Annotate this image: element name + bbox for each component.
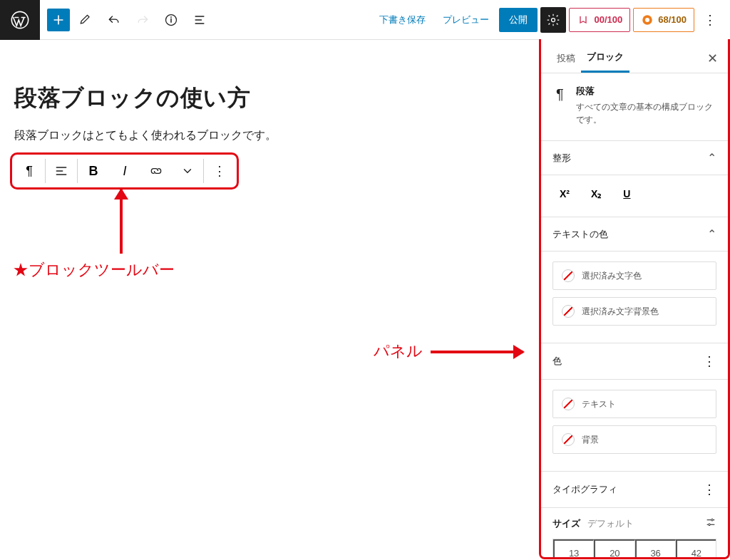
panel-format-title: 整形 <box>552 152 571 165</box>
readability-score-value: 00/100 <box>594 14 622 25</box>
text-color-label: 選択済み文字色 <box>582 270 642 282</box>
text-color-option[interactable]: 選択済み文字色 <box>552 261 716 290</box>
panel-color-more[interactable]: ⋮ <box>703 353 716 369</box>
panel-typography[interactable]: タイポグラフィ ⋮ <box>541 472 728 508</box>
settings-sidebar: 投稿 ブロック ✕ ¶ 段落 すべての文章の基本の構成ブロックです。 整形 ⌃ … <box>539 39 730 559</box>
svg-point-5 <box>711 519 714 521</box>
post-title[interactable]: 段落ブロックの使い方 <box>14 83 525 114</box>
readability-score[interactable]: 00/100 <box>569 8 630 32</box>
size-options: 13 20 36 42 <box>552 539 716 559</box>
annotation-toolbar-label: ★ブロックツールバー <box>13 259 175 281</box>
chevron-up-icon: ⌃ <box>707 151 716 165</box>
tab-post[interactable]: 投稿 <box>551 45 581 72</box>
edit-mode-button[interactable] <box>73 7 98 33</box>
color-swatch-icon <box>562 269 575 282</box>
preview-link[interactable]: プレビュー <box>436 8 496 32</box>
color-bg-label: 背景 <box>582 434 599 446</box>
subscript-button[interactable]: X₂ <box>591 188 602 199</box>
seo-score[interactable]: 68/100 <box>633 8 694 32</box>
size-option[interactable]: 13 <box>553 539 594 559</box>
save-draft-link[interactable]: 下書き保存 <box>372 8 433 32</box>
size-option[interactable]: 42 <box>676 539 716 559</box>
panel-text-color[interactable]: テキストの色 ⌃ <box>541 217 728 252</box>
size-option[interactable]: 36 <box>635 539 676 559</box>
block-info: ¶ 段落 すべての文章の基本の構成ブロックです。 <box>541 73 728 141</box>
paragraph-block[interactable]: 段落ブロックはとてもよく使われるブロックです。 <box>14 128 525 143</box>
undo-button[interactable] <box>101 7 127 33</box>
panel-textcolor-title: テキストの色 <box>552 228 608 241</box>
text-bg-label: 選択済み文字背景色 <box>582 306 659 318</box>
paragraph-icon: ¶ <box>552 85 567 126</box>
svg-point-4 <box>645 18 649 22</box>
add-block-button[interactable] <box>47 9 70 31</box>
panel-format-body: X² X₂ U <box>541 175 728 217</box>
top-toolbar: 下書き保存 プレビュー 公開 00/100 68/100 ⋮ <box>0 0 730 40</box>
vertical-dots-icon: ⋮ <box>704 12 717 28</box>
settings-button[interactable] <box>540 7 566 33</box>
underline-button[interactable]: U <box>623 188 630 199</box>
seo-score-value: 68/100 <box>658 14 687 25</box>
color-bg-option[interactable]: 背景 <box>552 425 716 454</box>
annotation-arrow-vertical <box>120 190 123 254</box>
publish-button[interactable]: 公開 <box>499 8 538 32</box>
text-bg-option[interactable]: 選択済み文字背景色 <box>552 297 716 326</box>
tab-block[interactable]: ブロック <box>581 43 629 73</box>
panel-typo-more[interactable]: ⋮ <box>703 482 716 497</box>
redo-button[interactable] <box>130 7 155 33</box>
typo-default-label: デフォルト <box>587 518 634 529</box>
panel-color-title: 色 <box>552 355 562 368</box>
more-menu-button[interactable]: ⋮ <box>697 7 723 33</box>
color-text-option[interactable]: テキスト <box>552 390 716 418</box>
readability-icon <box>577 14 590 26</box>
block-info-title: 段落 <box>576 85 716 98</box>
svg-point-6 <box>709 524 711 526</box>
bold-button[interactable]: B <box>78 155 109 187</box>
close-sidebar-button[interactable]: ✕ <box>707 51 718 66</box>
more-formats-button[interactable] <box>172 155 203 187</box>
italic-button[interactable]: I <box>109 155 140 187</box>
size-option[interactable]: 20 <box>594 539 634 559</box>
panel-text-color-body: 選択済み文字色 選択済み文字背景色 <box>541 252 728 343</box>
typo-size-label: サイズ <box>552 518 580 529</box>
svg-point-2 <box>552 18 555 21</box>
block-info-desc: すべての文章の基本の構成ブロックです。 <box>576 100 716 126</box>
align-button[interactable] <box>46 155 77 187</box>
wordpress-logo[interactable] <box>0 0 40 40</box>
block-toolbar: ¶ B I ⋮ <box>10 152 239 190</box>
panel-typo-title: タイポグラフィ <box>552 483 617 496</box>
color-swatch-icon <box>562 305 575 318</box>
outline-button[interactable] <box>187 7 212 33</box>
panel-color[interactable]: 色 ⋮ <box>541 343 728 380</box>
panel-color-body: テキスト 背景 <box>541 380 728 472</box>
sliders-icon[interactable] <box>705 517 716 530</box>
sidebar-tabs: 投稿 ブロック ✕ <box>541 39 728 73</box>
block-more-button[interactable]: ⋮ <box>204 155 235 187</box>
color-text-label: テキスト <box>582 398 616 410</box>
block-type-button[interactable]: ¶ <box>14 155 45 187</box>
link-icon[interactable] <box>140 155 172 187</box>
annotation-panel-label: パネル <box>374 341 423 362</box>
color-swatch-icon <box>562 433 575 446</box>
color-swatch-icon <box>562 398 575 410</box>
annotation-arrow-horizontal <box>431 351 523 353</box>
info-button[interactable] <box>158 7 184 33</box>
panel-format[interactable]: 整形 ⌃ <box>541 141 728 175</box>
editor-area[interactable]: 段落ブロックの使い方 ¶ B I ⋮ 段落ブロックはとてもよく使われるブロックで… <box>0 40 539 560</box>
chevron-up-icon: ⌃ <box>707 227 716 241</box>
typo-size-row: サイズ デフォルト <box>541 508 728 539</box>
superscript-button[interactable]: X² <box>560 188 570 199</box>
seo-icon <box>641 14 654 26</box>
